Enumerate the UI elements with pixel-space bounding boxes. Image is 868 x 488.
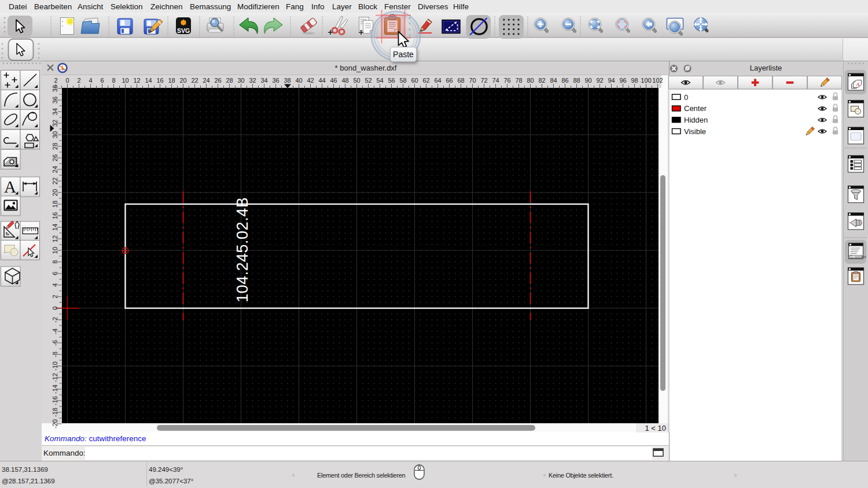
svg-text:-20: -20: [52, 419, 58, 428]
svg-text:2: 2: [77, 77, 80, 84]
svg-text:80: 80: [527, 77, 534, 84]
svg-text:48: 48: [341, 77, 348, 84]
svg-text:Hidden: Hidden: [684, 116, 708, 124]
svg-text:A: A: [4, 178, 16, 196]
svg-text:-18: -18: [52, 408, 58, 417]
svg-text:28: 28: [52, 143, 58, 150]
svg-text:100: 100: [641, 77, 651, 84]
svg-text:58: 58: [399, 77, 406, 84]
svg-text:-16: -16: [52, 396, 58, 405]
svg-text:50: 50: [353, 77, 360, 84]
svg-text:22: 22: [191, 77, 198, 84]
svg-text:4: 4: [52, 283, 58, 287]
svg-text:12: 12: [133, 77, 140, 84]
svg-text:0: 0: [52, 306, 58, 310]
svg-text:Visible: Visible: [684, 127, 706, 136]
svg-text:44: 44: [318, 77, 325, 84]
svg-text:20: 20: [52, 189, 58, 196]
svg-text:42: 42: [307, 77, 314, 84]
svg-text:Center: Center: [684, 104, 707, 113]
svg-text:34: 34: [52, 108, 58, 115]
svg-text:-14: -14: [52, 385, 58, 394]
svg-text:26: 26: [52, 154, 58, 161]
svg-text:72: 72: [480, 77, 487, 84]
svg-text:18: 18: [168, 77, 175, 84]
svg-text:6: 6: [52, 272, 58, 275]
svg-text:12: 12: [52, 235, 58, 242]
svg-text:30: 30: [52, 131, 58, 138]
svg-text:10: 10: [122, 77, 128, 84]
svg-text:102: 102: [652, 77, 663, 84]
svg-text:SVG: SVG: [177, 27, 190, 34]
svg-text:40: 40: [295, 77, 302, 84]
svg-text:46: 46: [330, 77, 337, 84]
svg-text:54: 54: [376, 77, 383, 84]
svg-text:4: 4: [89, 77, 92, 84]
svg-text:70: 70: [469, 77, 476, 84]
svg-text:14: 14: [52, 224, 58, 231]
svg-text:68: 68: [457, 77, 464, 84]
svg-text:-6: -6: [52, 340, 58, 346]
svg-text:82: 82: [538, 77, 545, 84]
svg-text:8: 8: [112, 77, 115, 84]
svg-text:18: 18: [52, 201, 58, 208]
svg-text:32: 32: [52, 120, 58, 127]
svg-text:A: A: [856, 82, 860, 87]
svg-text:2: 2: [54, 77, 57, 84]
svg-text:26: 26: [214, 77, 221, 84]
svg-text:84: 84: [550, 77, 557, 84]
svg-text:92: 92: [596, 77, 603, 84]
svg-text:-12: -12: [52, 373, 58, 382]
svg-text:2: 2: [52, 295, 58, 298]
svg-text:76: 76: [503, 77, 510, 84]
svg-text:-10: -10: [52, 361, 58, 371]
svg-text:34: 34: [260, 77, 267, 84]
svg-text:-8: -8: [52, 352, 58, 357]
svg-text:6: 6: [100, 77, 104, 84]
svg-text:C> command: C> command: [851, 256, 866, 258]
svg-text:36: 36: [52, 97, 58, 103]
svg-text:16: 16: [52, 212, 58, 219]
svg-text:78: 78: [515, 77, 522, 84]
svg-text:96: 96: [619, 77, 626, 84]
svg-text:24: 24: [203, 77, 209, 84]
svg-text:38: 38: [284, 77, 290, 84]
svg-text:22: 22: [52, 178, 58, 184]
svg-text:14: 14: [145, 77, 152, 84]
svg-text:0: 0: [684, 93, 688, 102]
svg-text:-4: -4: [52, 328, 58, 334]
svg-text:74: 74: [492, 77, 499, 84]
svg-text:62: 62: [422, 77, 429, 84]
svg-text:-2: -2: [52, 317, 58, 323]
svg-text:66: 66: [446, 77, 453, 84]
svg-text:8: 8: [52, 260, 58, 264]
svg-text:20: 20: [179, 77, 186, 84]
svg-text:60: 60: [411, 77, 418, 84]
svg-text:28: 28: [226, 77, 233, 84]
svg-text:104.245.02.4B: 104.245.02.4B: [234, 197, 251, 302]
svg-text:36: 36: [272, 77, 279, 84]
svg-text:16: 16: [156, 77, 163, 84]
svg-text:24: 24: [52, 166, 58, 173]
svg-text:94: 94: [608, 77, 615, 84]
svg-text:86: 86: [561, 77, 568, 84]
svg-text:52: 52: [365, 77, 372, 84]
svg-text:0: 0: [65, 77, 69, 84]
svg-text:64: 64: [434, 77, 441, 84]
svg-text:32: 32: [249, 77, 256, 84]
svg-text:88: 88: [573, 77, 580, 84]
svg-text:56: 56: [388, 77, 395, 84]
svg-text:98: 98: [631, 77, 638, 84]
svg-text:10: 10: [52, 247, 58, 254]
svg-text:30: 30: [237, 77, 244, 84]
svg-text:90: 90: [584, 77, 591, 84]
svg-text:38: 38: [52, 85, 58, 92]
